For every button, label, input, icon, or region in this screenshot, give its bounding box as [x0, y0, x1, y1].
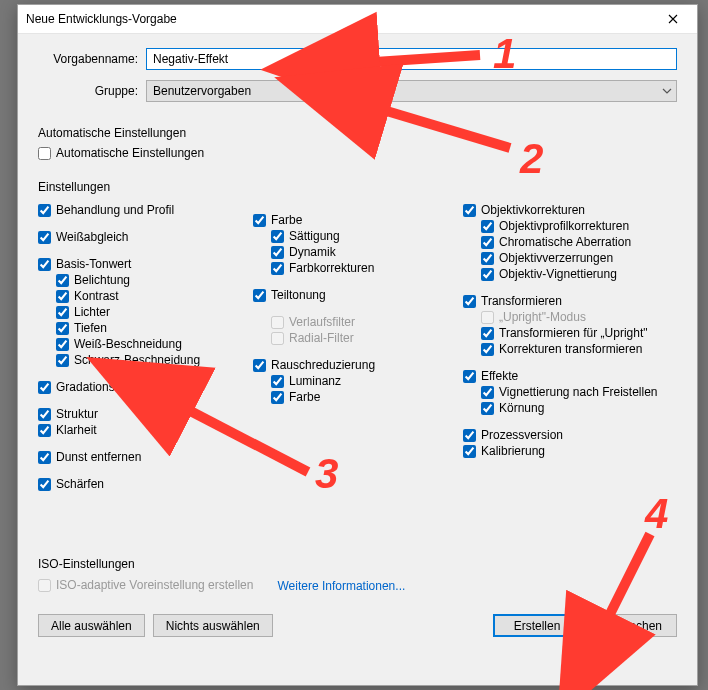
cb-grad-filter: Verlaufsfilter — [271, 315, 463, 330]
preset-name-input[interactable] — [146, 48, 677, 70]
select-none-button[interactable]: Nichts auswählen — [153, 614, 273, 637]
cb-blacks[interactable]: Schwarz-Beschneidung — [56, 353, 253, 368]
cb-sharpen[interactable]: Schärfen — [38, 477, 253, 492]
cb-white-balance[interactable]: Weißabgleich — [38, 230, 253, 245]
button-row: Alle auswählen Nichts auswählen Erstelle… — [38, 614, 677, 637]
cb-clarity[interactable]: Klarheit — [38, 423, 253, 438]
close-icon — [668, 14, 678, 24]
cb-noise-reduction[interactable]: Rauschreduzierung — [253, 358, 463, 373]
cb-effects[interactable]: Effekte — [463, 369, 677, 384]
cb-upright-trans[interactable]: Transformieren für „Upright" — [481, 326, 677, 341]
cb-exposure[interactable]: Belichtung — [56, 273, 253, 288]
cb-color[interactable]: Farbe — [253, 213, 463, 228]
cb-iso-adaptive: ISO-adaptive Voreinstellung erstellen — [38, 578, 253, 593]
settings-columns: Behandlung und Profil Weißabgleich Basis… — [38, 200, 677, 493]
row-group: Gruppe: Benutzervorgaben — [38, 80, 677, 102]
cb-lens[interactable]: Objektivkorrekturen — [463, 203, 677, 218]
cb-highlights[interactable]: Lichter — [56, 305, 253, 320]
cb-transform[interactable]: Transformieren — [463, 294, 677, 309]
cb-base-tone[interactable]: Basis-Tonwert — [38, 257, 253, 272]
cb-process[interactable]: Prozessversion — [463, 428, 677, 443]
cb-lens-profile[interactable]: Objektivprofilkorrekturen — [481, 219, 677, 234]
create-button[interactable]: Erstellen — [493, 614, 581, 637]
settings-col-3: Objektivkorrekturen Objektivprofilkorrek… — [463, 200, 677, 493]
settings-col-1: Behandlung und Profil Weißabgleich Basis… — [38, 200, 253, 493]
cancel-button[interactable]: Abbrechen — [589, 614, 677, 637]
cb-treat-profile[interactable]: Behandlung und Profil — [38, 203, 253, 218]
row-preset-name: Vorgabenname: — [38, 48, 677, 70]
close-button[interactable] — [650, 5, 695, 33]
auto-settings-title: Automatische Einstellungen — [38, 126, 677, 140]
select-all-button[interactable]: Alle auswählen — [38, 614, 145, 637]
group-label: Gruppe: — [38, 84, 146, 98]
cb-saturation[interactable]: Sättigung — [271, 229, 463, 244]
cb-lens-ca[interactable]: Chromatische Aberration — [481, 235, 677, 250]
cb-radial-filter: Radial-Filter — [271, 331, 463, 346]
cb-upright-mode: „Upright"-Modus — [481, 310, 677, 325]
cb-dynamic[interactable]: Dynamik — [271, 245, 463, 260]
cb-post-vignette[interactable]: Vignettierung nach Freistellen — [481, 385, 677, 400]
cb-lens-vignette[interactable]: Objektiv-Vignettierung — [481, 267, 677, 282]
link-more-info[interactable]: Weitere Informationen... — [277, 579, 405, 593]
cb-whites[interactable]: Weiß-Beschneidung — [56, 337, 253, 352]
cb-grain[interactable]: Körnung — [481, 401, 677, 416]
cb-dehaze[interactable]: Dunst entfernen — [38, 450, 253, 465]
cb-structure[interactable]: Struktur — [38, 407, 253, 422]
settings-title: Einstellungen — [38, 180, 677, 194]
cb-auto-settings[interactable]: Automatische Einstellungen — [38, 146, 677, 161]
preset-name-label: Vorgabenname: — [38, 52, 146, 66]
cb-lens-distort[interactable]: Objektivverzerrungen — [481, 251, 677, 266]
cb-calib[interactable]: Kalibrierung — [463, 444, 677, 459]
cb-split-toning[interactable]: Teiltonung — [253, 288, 463, 303]
cb-nr-luminance[interactable]: Luminanz — [271, 374, 463, 389]
group-select-value: Benutzervorgaben — [153, 84, 658, 98]
group-select[interactable]: Benutzervorgaben — [146, 80, 677, 102]
chevron-down-icon — [662, 88, 672, 94]
cb-auto-settings-box[interactable] — [38, 147, 51, 160]
cb-trans-corr[interactable]: Korrekturen transformieren — [481, 342, 677, 357]
cb-nr-color[interactable]: Farbe — [271, 390, 463, 405]
dialog-window: Neue Entwicklungs-Vorgabe Vorgabenname: … — [17, 4, 698, 686]
cb-contrast[interactable]: Kontrast — [56, 289, 253, 304]
cb-shadows[interactable]: Tiefen — [56, 321, 253, 336]
iso-row: ISO-adaptive Voreinstellung erstellen We… — [38, 577, 677, 594]
settings-col-2: Farbe Sättigung Dynamik Farbkorrekturen … — [253, 200, 463, 493]
iso-title: ISO-Einstellungen — [38, 557, 677, 571]
cb-tone-curve[interactable]: Gradationskurve — [38, 380, 253, 395]
dialog-content: Vorgabenname: Gruppe: Benutzervorgaben A… — [18, 34, 697, 685]
cb-color-adjust[interactable]: Farbkorrekturen — [271, 261, 463, 276]
window-title: Neue Entwicklungs-Vorgabe — [26, 12, 650, 26]
titlebar: Neue Entwicklungs-Vorgabe — [18, 5, 697, 34]
cb-auto-settings-label: Automatische Einstellungen — [56, 146, 204, 161]
